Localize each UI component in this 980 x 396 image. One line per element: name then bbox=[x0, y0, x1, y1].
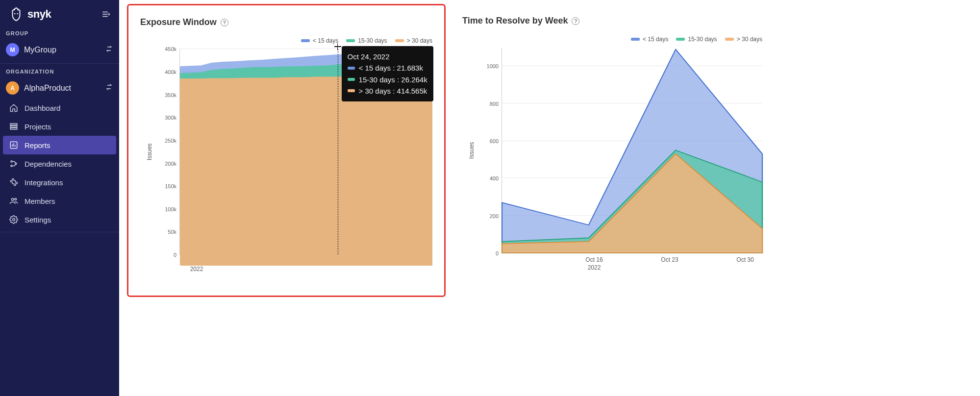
nav-label: Integrations bbox=[25, 178, 63, 187]
legend-item[interactable]: > 30 days bbox=[395, 37, 432, 44]
svg-point-7 bbox=[11, 165, 12, 167]
integrations-icon bbox=[9, 177, 19, 187]
nav-projects[interactable]: Projects bbox=[3, 117, 116, 136]
nav-label: Members bbox=[25, 197, 55, 205]
time-to-resolve-panel: Time to Resolve by Week ? < 15 days 15-3… bbox=[451, 4, 774, 297]
svg-point-11 bbox=[13, 219, 15, 221]
ytick: 150k bbox=[165, 183, 176, 189]
xtick: Oct 16 2022 bbox=[577, 256, 611, 272]
ytick: 350k bbox=[165, 92, 176, 98]
brand[interactable]: snyk bbox=[9, 7, 51, 22]
swap-group-icon[interactable] bbox=[105, 45, 113, 55]
ytick: 800 bbox=[490, 101, 499, 107]
y-axis-label: Issues bbox=[146, 144, 153, 161]
svg-point-6 bbox=[11, 161, 12, 162]
legend-item[interactable]: 15-30 days bbox=[676, 36, 717, 43]
svg-point-8 bbox=[15, 163, 17, 165]
nav-label: Settings bbox=[25, 216, 51, 224]
svg-point-1 bbox=[17, 13, 18, 14]
members-icon bbox=[9, 196, 19, 206]
resolve-title: Time to Resolve by Week bbox=[462, 16, 568, 26]
svg-rect-3 bbox=[10, 126, 17, 127]
sidebar: snyk GROUP M MyGroup ORGANIZATION A Alph… bbox=[0, 0, 119, 396]
xtick: Oct 30 bbox=[728, 256, 762, 272]
nav-members[interactable]: Members bbox=[3, 192, 116, 210]
ytick: 400k bbox=[165, 69, 176, 75]
reports-icon bbox=[9, 140, 19, 150]
chart-tooltip: Oct 24, 2022 < 15 days : 21.683k 15-30 d… bbox=[342, 46, 433, 101]
svg-point-10 bbox=[15, 198, 17, 200]
nav-label: Dependencies bbox=[25, 160, 72, 168]
exposure-title: Exposure Window bbox=[140, 17, 217, 27]
nav-integrations[interactable]: Integrations bbox=[3, 173, 116, 192]
group-section-label: GROUP bbox=[0, 30, 119, 39]
resolve-legend: < 15 days 15-30 days > 30 days bbox=[462, 36, 762, 43]
nav-dependencies[interactable]: Dependencies bbox=[3, 154, 116, 173]
swap-org-icon[interactable] bbox=[105, 83, 113, 93]
nav-label: Projects bbox=[25, 123, 51, 131]
xtick: Oct 23 bbox=[653, 256, 687, 272]
ytick: 400 bbox=[490, 175, 499, 181]
ytick: 50k bbox=[168, 229, 176, 235]
group-avatar: M bbox=[6, 43, 19, 56]
group-name: MyGroup bbox=[24, 46, 56, 54]
org-avatar: A bbox=[6, 81, 19, 95]
org-switcher[interactable]: A AlphaProduct bbox=[0, 77, 119, 99]
dependencies-icon bbox=[9, 159, 19, 169]
ytick: 300k bbox=[165, 115, 176, 121]
ytick: 0 bbox=[496, 250, 499, 256]
legend-item[interactable]: > 30 days bbox=[725, 36, 762, 43]
ytick: 100k bbox=[165, 206, 176, 212]
main-content: Exposure Window ? < 15 days 15-30 days >… bbox=[119, 0, 980, 396]
ytick: 1000 bbox=[487, 63, 499, 69]
legend-item[interactable]: < 15 days bbox=[301, 37, 338, 44]
legend-item[interactable]: < 15 days bbox=[631, 36, 668, 43]
tooltip-date: Oct 24, 2022 bbox=[348, 51, 427, 62]
exposure-chart[interactable]: Issues 0 50k 100k 150k 200k 250k 300k 35… bbox=[165, 49, 432, 255]
exposure-legend: < 15 days 15-30 days > 30 days bbox=[140, 37, 432, 44]
exposure-window-panel: Exposure Window ? < 15 days 15-30 days >… bbox=[127, 4, 446, 297]
org-name: AlphaProduct bbox=[24, 84, 71, 93]
tooltip-series: > 30 days : 414.565k bbox=[359, 85, 427, 97]
y-axis-label: Issues bbox=[468, 142, 475, 159]
nav: Dashboard Projects Reports Dependencies … bbox=[0, 99, 119, 229]
tooltip-series: < 15 days : 21.683k bbox=[359, 62, 423, 74]
chart-hover-line bbox=[338, 49, 338, 254]
dashboard-icon bbox=[9, 103, 19, 113]
resolve-chart[interactable]: Issues 0 200 400 600 800 1000 bbox=[487, 48, 762, 253]
nav-reports[interactable]: Reports bbox=[3, 136, 116, 154]
legend-item[interactable]: 15-30 days bbox=[346, 37, 387, 44]
ytick: 250k bbox=[165, 138, 176, 144]
org-section-label: ORGANIZATION bbox=[0, 69, 119, 77]
ytick: 600 bbox=[490, 138, 499, 144]
resolve-xaxis: . Oct 16 2022 Oct 23 Oct 30 bbox=[502, 256, 762, 272]
nav-dashboard[interactable]: Dashboard bbox=[3, 99, 116, 117]
nav-label: Reports bbox=[25, 141, 50, 149]
group-switcher[interactable]: M MyGroup bbox=[0, 39, 119, 60]
resolve-area-svg bbox=[502, 48, 762, 253]
snyk-logo-icon bbox=[9, 7, 24, 22]
gear-icon bbox=[9, 215, 19, 224]
svg-rect-4 bbox=[10, 128, 17, 129]
svg-marker-14 bbox=[180, 75, 432, 266]
help-icon[interactable]: ? bbox=[572, 17, 579, 25]
svg-point-9 bbox=[12, 198, 14, 201]
projects-icon bbox=[9, 122, 19, 131]
tooltip-series: 15-30 days : 26.264k bbox=[359, 74, 427, 85]
nav-settings[interactable]: Settings bbox=[3, 210, 116, 229]
brand-name: snyk bbox=[27, 8, 51, 21]
svg-point-0 bbox=[14, 13, 15, 14]
nav-label: Dashboard bbox=[25, 104, 60, 112]
ytick: 0 bbox=[174, 252, 176, 258]
ytick: 450k bbox=[165, 46, 176, 52]
ytick: 200 bbox=[490, 213, 499, 219]
collapse-sidebar-icon[interactable] bbox=[101, 10, 110, 19]
ytick: 200k bbox=[165, 161, 176, 167]
help-icon[interactable]: ? bbox=[221, 19, 228, 26]
svg-rect-2 bbox=[10, 124, 17, 125]
